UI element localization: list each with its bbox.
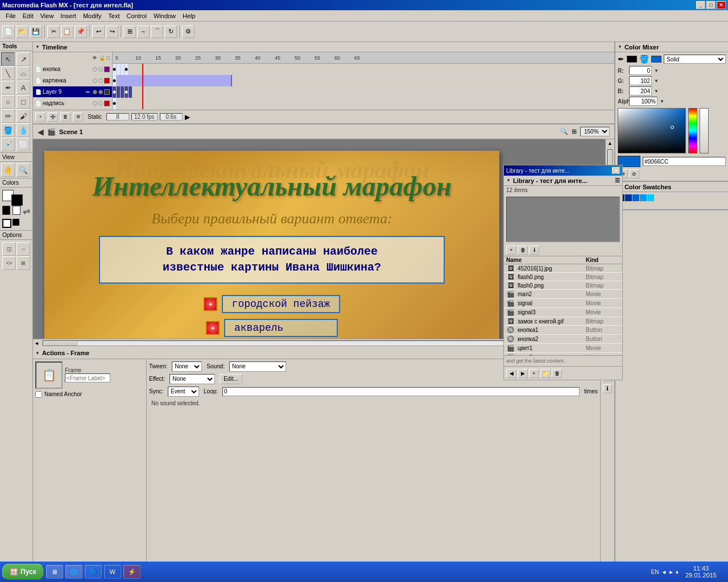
color-mixer-header[interactable]: ▼ Color Mixer <box>615 42 728 52</box>
tool-pen[interactable]: ✒ <box>1 81 15 94</box>
swatch-2[interactable] <box>625 194 632 201</box>
cm-alpha-value[interactable] <box>629 97 657 106</box>
layer-row-layer9[interactable]: 📄 Layer 9 ✏ <box>33 86 112 98</box>
loop-input[interactable] <box>222 387 580 396</box>
cm-g-value[interactable] <box>629 76 652 85</box>
smooth-btn[interactable]: ~ <box>137 26 150 38</box>
cm-fill-icon[interactable]: 🪣 <box>639 55 649 64</box>
cm-type-select[interactable]: Solid Linear Radial <box>664 55 726 64</box>
layer-vis-dot3[interactable] <box>93 90 97 94</box>
menu-window[interactable]: Window <box>150 11 179 20</box>
default-colors-btn[interactable] <box>13 219 19 226</box>
option-1[interactable]: ◫ <box>2 242 16 256</box>
frame-1-3[interactable] <box>121 64 125 75</box>
undo-btn[interactable]: ↩ <box>92 26 105 38</box>
menu-edit[interactable]: Edit <box>19 11 37 20</box>
menu-text[interactable]: Text <box>105 11 123 20</box>
prop-info-btn[interactable]: ℹ <box>603 384 612 393</box>
lib-item-4[interactable]: 🎬 man2 Movie <box>504 290 622 299</box>
add-motion-btn[interactable]: ➕ <box>48 113 58 122</box>
layer-lock-dot[interactable] <box>98 67 103 72</box>
zoom-select[interactable]: 150% 100% 50% 200% <box>580 127 610 136</box>
tween-select[interactable]: None Motion Shape <box>172 361 202 372</box>
start-button[interactable]: 🪟 Пуск <box>2 564 44 580</box>
minimize-btn[interactable]: _ <box>696 1 705 9</box>
frame-label-input[interactable] <box>65 373 110 383</box>
taskbar-btn-explorer[interactable]: 🖥 <box>46 565 63 579</box>
tool-arrow[interactable]: ↖ <box>1 52 15 66</box>
hue-slider[interactable] <box>688 108 697 153</box>
timeline-arrow[interactable]: ▼ <box>35 44 40 49</box>
lock-icon[interactable]: 🔒 <box>99 55 105 61</box>
actions-arrow[interactable]: ▼ <box>35 351 40 356</box>
maximize-btn[interactable]: □ <box>706 1 715 9</box>
color-swatches-header[interactable]: ▼ Color Swatches <box>615 182 728 192</box>
stage-options-icon[interactable]: 🔍 <box>560 128 568 135</box>
alpha-slider[interactable] <box>700 108 709 153</box>
cm-g-arrow[interactable]: ▼ <box>654 78 659 84</box>
tool-pencil[interactable]: ✏ <box>1 109 15 123</box>
tool-zoom[interactable]: 🔍 <box>16 163 30 177</box>
cm-b-value[interactable] <box>629 86 652 95</box>
tool-fill[interactable]: 🪣 <box>1 123 15 137</box>
menu-control[interactable]: Control <box>123 11 150 20</box>
swatch-3[interactable] <box>632 194 639 201</box>
swap-colors-btn[interactable]: ⇌ <box>23 206 30 217</box>
taskbar-btn-chrome[interactable]: 🔵 <box>85 565 102 579</box>
lib-bottom-btn-2[interactable]: ▶ <box>518 369 528 378</box>
effect-select[interactable]: None <box>169 374 215 384</box>
lib-add-btn[interactable]: + <box>506 246 516 255</box>
option-4[interactable]: ⊞ <box>16 256 30 270</box>
lib-bottom-btn-4[interactable]: 📁 <box>540 369 551 378</box>
named-anchor-check[interactable] <box>35 391 42 398</box>
layer-lock-dot3[interactable] <box>98 90 103 94</box>
layer-props-btn[interactable]: ⚙ <box>73 113 83 122</box>
keyframe-1-4[interactable] <box>125 64 129 75</box>
tool-subselect[interactable]: ↗ <box>16 52 30 66</box>
open-btn[interactable]: 📂 <box>16 26 28 38</box>
answer-btn-1[interactable]: городской пейзаж <box>222 295 341 313</box>
layer-vis-dot2[interactable] <box>93 78 97 83</box>
menu-help[interactable]: Help <box>179 11 199 20</box>
cm-r-value[interactable] <box>629 66 652 75</box>
delete-layer-btn[interactable]: 🗑 <box>60 113 71 122</box>
color-picker[interactable] <box>618 108 686 153</box>
close-btn[interactable]: ✕ <box>717 1 726 9</box>
copy-btn[interactable]: 📋 <box>61 26 73 38</box>
frame-span-2[interactable] <box>117 75 232 86</box>
outline-icon[interactable]: □ <box>107 55 110 61</box>
lib-props-btn[interactable]: ℹ <box>529 246 539 255</box>
tool-rect[interactable]: □ <box>16 95 30 109</box>
tool-eraser[interactable]: ⬜ <box>16 138 30 151</box>
layer-color-box2[interactable] <box>104 78 110 84</box>
lib-item-7[interactable]: 🖼 замок с книгой.gif Bitmap <box>504 317 622 326</box>
option-3[interactable]: <> <box>2 256 16 270</box>
option-2[interactable]: ↔ <box>16 242 30 256</box>
swatch-5[interactable] <box>647 194 654 201</box>
fill-color[interactable] <box>11 194 23 206</box>
cm-fill-color-box[interactable] <box>651 56 661 63</box>
lib-item-3[interactable]: 🖼 flash0.png Bitmap <box>504 281 622 290</box>
fill-indicator[interactable] <box>13 206 20 215</box>
cm-stroke-color-box[interactable] <box>627 56 637 63</box>
menu-view[interactable]: View <box>37 11 57 20</box>
keyframe-1-1[interactable] <box>113 64 117 75</box>
layer-color-box3[interactable] <box>104 89 110 95</box>
layer-row-knopka[interactable]: 📄 кнопка <box>33 64 112 75</box>
cm-b-arrow[interactable]: ▼ <box>654 89 659 94</box>
h-scroll-left-btn[interactable]: ◄ <box>33 339 40 347</box>
layer-vis-dot4[interactable] <box>93 101 97 106</box>
eye-icon[interactable]: 👁 <box>92 55 97 61</box>
keyframe-3-1[interactable] <box>113 86 117 98</box>
stroke-indicator[interactable] <box>2 206 10 215</box>
lib-bottom-btn-3[interactable]: + <box>529 369 539 378</box>
layer-lock-dot4[interactable] <box>98 101 103 106</box>
lib-item-1[interactable]: 🖼 452016[1].jpg Bitmap <box>504 264 622 273</box>
frame-1-2[interactable] <box>117 64 121 75</box>
layer-row-nadpis[interactable]: 📄 надпись <box>33 98 112 109</box>
lib-item-8[interactable]: 🔘 кнопка1 Button <box>504 326 622 335</box>
keyframe-4-1[interactable] <box>113 98 117 109</box>
layer-row-kartinka[interactable]: 📄 картинка <box>33 75 112 86</box>
lib-bottom-btn-1[interactable]: ◀ <box>506 369 516 378</box>
save-btn[interactable]: 💾 <box>30 26 42 38</box>
